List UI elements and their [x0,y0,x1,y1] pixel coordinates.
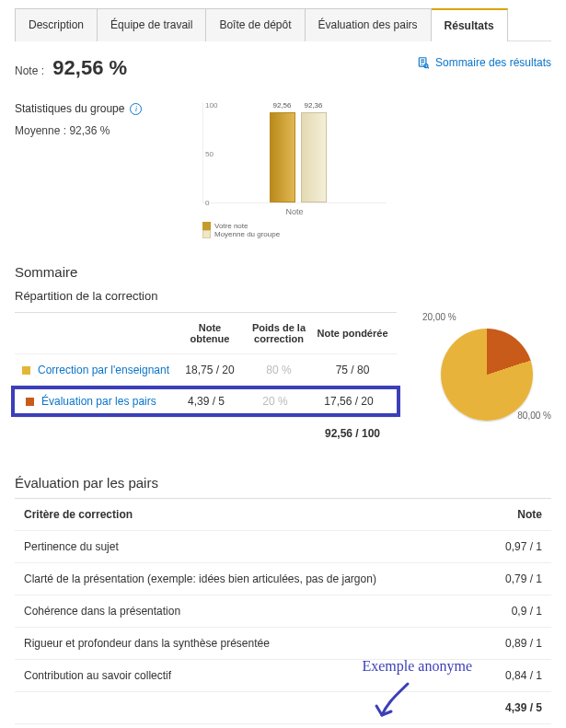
annotation-text: Exemple anonyme [362,658,472,675]
group-avg: Moyenne : 92,36 % [15,124,180,137]
tabs-bar: Description Équipe de travail Boîte de d… [15,7,551,41]
legend-label-1: Moyenne du groupe [214,230,280,238]
table-row: Clarté de la présentation (exemple: idée… [15,563,551,595]
criterion-score: 0,9 / 1 [512,605,542,618]
document-icon [417,56,430,69]
grade-display: Note : 92,56 % [15,56,127,80]
group-stats-title-text: Statistiques du groupe [15,102,124,115]
bar-chart-ytick: 0 [205,199,209,207]
row-peer-weight: 20 % [238,395,312,408]
grade-value: 92,56 % [52,56,127,79]
rep-col-obtained: Note obtenue [178,322,242,344]
legend-swatch-beige [202,230,211,238]
tab-description[interactable]: Description [15,8,98,41]
repartition-total: 92,56 / 100 [316,427,389,440]
section-sommaire: Sommaire [15,264,551,280]
criterion-label: Pertinence du sujet [24,540,119,553]
bar-chart-ytick: 100 [205,101,217,110]
marker-icon [26,398,34,406]
criterion-score: 0,79 / 1 [505,572,542,585]
row-peer-link[interactable]: Évaluation par les pairs [41,395,156,408]
table-row: Correction par l'enseignant 18,75 / 20 8… [15,353,397,386]
pie-label-0: 20,00 % [422,312,456,322]
legend-swatch-gold [202,222,211,230]
pie-graphic [441,329,533,421]
group-avg-label: Moyenne : [15,124,66,137]
info-icon[interactable]: i [130,103,142,115]
crit-col-label: Critère de correction [24,508,133,521]
row-teacher-link[interactable]: Correction par l'enseignant [38,364,169,376]
bar-chart-legend: Votre note Moyenne du groupe [202,222,387,238]
criterion-label: Rigueur et profondeur dans la synthèse p… [24,637,270,650]
criterion-score: 0,84 / 1 [505,669,542,682]
tab-team[interactable]: Équipe de travail [98,8,206,41]
group-avg-value: 92,36 % [69,124,110,137]
criterion-label: Clarté de la présentation (exemple: idée… [24,572,376,585]
tab-peer-eval[interactable]: Évaluation des pairs [306,8,432,41]
bar-chart: 05010092,5692,36 Note Votre note Moyenne… [202,102,387,238]
criterion-score: 0,97 / 1 [505,540,542,553]
bar-chart-ytick: 50 [205,150,214,158]
table-row: Rigueur et profondeur dans la synthèse p… [15,628,551,660]
row-peer-weighted: 17,56 / 20 [312,395,386,408]
bar-chart-xlabel: Note [202,207,387,216]
repartition-heading: Répartition de la correction [15,289,551,303]
tab-results[interactable]: Résultats [432,8,508,41]
table-row: Pertinence du sujet0,97 / 1 [15,531,551,563]
grade-label: Note : [15,64,44,77]
pie-label-1: 80,00 % [517,410,551,421]
criterion-label: Cohérence dans la présentation [24,605,180,618]
legend-label-0: Votre note [214,222,248,230]
row-teacher-weighted: 75 / 80 [316,364,389,376]
bar-value-label: 92,56 [272,101,291,110]
pie-chart: 20,00 % 80,00 % [422,312,551,421]
tab-dropbox[interactable]: Boîte de dépôt [206,8,305,41]
summary-link[interactable]: Sommaire des résultats [417,56,551,69]
row-teacher-weight: 80 % [242,364,316,376]
table-row-highlighted: Évaluation par les pairs 4,39 / 5 20 % 1… [11,386,400,417]
criterion-label: Contribution au savoir collectif [24,669,171,682]
crit-col-note: Note [517,508,542,521]
bar-1: 92,36 [301,112,327,202]
criterion-score: 0,89 / 1 [505,637,542,650]
section-peer-eval: Évaluation par les pairs [15,475,551,491]
criteria-total: 4,39 / 5 [505,701,542,714]
rep-col-weighted: Note pondérée [316,328,389,339]
row-peer-obtained: 4,39 / 5 [174,395,238,408]
marker-icon [22,366,30,375]
bar-0: 92,56 [270,112,295,202]
criteria-table: Critère de correction Note Pertinence du… [15,498,551,724]
arrow-icon [371,678,415,722]
group-stats-title: Statistiques du groupe i [15,102,142,115]
rep-col-weight: Poids de la correction [242,322,316,344]
bar-value-label: 92,36 [304,101,322,110]
table-row: Cohérence dans la présentation0,9 / 1 [15,595,551,628]
row-teacher-obtained: 18,75 / 20 [178,364,242,376]
summary-link-label: Sommaire des résultats [435,56,551,69]
repartition-table: Note obtenue Poids de la correction Note… [15,312,397,449]
